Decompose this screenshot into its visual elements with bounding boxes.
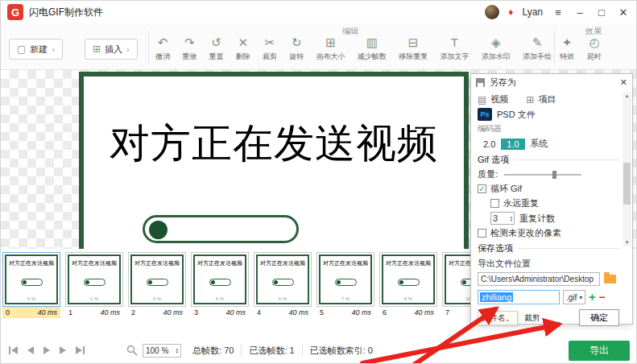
tool-effects[interactable]: ✦特效 [560, 35, 574, 62]
effect-tools: ✦特效◴延时 [560, 35, 602, 62]
tool-reduce-frames[interactable]: ▥减少帧数 [358, 35, 387, 62]
tool-delete[interactable]: ✕删除 [236, 35, 250, 62]
scroll-down-icon[interactable]: ▾ [623, 238, 631, 246]
username[interactable]: Lyan [522, 6, 543, 18]
statusbar: 100 % ▴▾ 总帧数: 70 已选帧数: 1 已选帧数索引: 0 导出 [1, 336, 637, 364]
tool-canvas-size[interactable]: ⊞画布大小 [316, 35, 345, 62]
detect-pixels-checkbox[interactable] [478, 229, 486, 238]
rotate-icon: ↻ [292, 35, 302, 50]
crop-option[interactable]: 裁剪 [524, 312, 540, 324]
tool-label: 重置 [209, 52, 224, 62]
encoder-option-20[interactable]: 2.0 [478, 139, 501, 150]
frame-percent: 1 % [90, 296, 98, 301]
extension-select[interactable]: .gif ▾ [563, 290, 585, 304]
tool-label: 画布大小 [316, 52, 345, 62]
repeat-forever-checkbox[interactable] [490, 199, 499, 208]
frame-thumbnail[interactable]: 对方正在发送视频6 % [254, 252, 312, 307]
export-button[interactable]: 导出 [569, 341, 630, 361]
add-button[interactable]: + [589, 291, 595, 304]
frame-thumbnail[interactable]: 对方正在发送视频9 % [379, 252, 437, 307]
vip-gem-icon[interactable]: ♦ [508, 6, 513, 18]
scroll-up-icon[interactable]: ▴ [623, 92, 631, 100]
frame-label: 240 ms [128, 307, 186, 318]
zoom-spinner[interactable]: ▴▾ [176, 347, 178, 354]
frame-progress-pill [147, 279, 168, 286]
first-frame-button[interactable] [9, 346, 18, 354]
format-project[interactable]: 项目 [538, 93, 556, 105]
frame-percent: 7 % [341, 296, 350, 301]
last-frame-button[interactable] [76, 346, 85, 354]
zoom-level-input[interactable]: 100 % ▴▾ [143, 344, 181, 358]
tool-redo[interactable]: ↷重做 [182, 35, 196, 62]
quality-slider[interactable] [504, 170, 581, 180]
frame-thumbnail[interactable]: 对方正在发送视频0 % [2, 252, 60, 307]
panel-scrollbar[interactable]: ▴ ▾ [623, 92, 631, 246]
frame-thumbnail[interactable]: 对方正在发送视频7 % [316, 252, 374, 307]
tool-reset[interactable]: ↺重置 [209, 35, 224, 62]
encoder-option-10[interactable]: 1.0 [501, 139, 524, 150]
tool-delay[interactable]: ◴延时 [587, 35, 602, 62]
tool-rotate[interactable]: ↻旋转 [289, 35, 304, 62]
frame-index: 3 [194, 308, 198, 316]
play-button[interactable] [43, 346, 50, 354]
tool-label: 撤消 [155, 52, 170, 62]
frame-thumbnail[interactable]: 对方正在发送视频1 % [65, 252, 123, 307]
ok-button[interactable]: 确定 [579, 309, 619, 326]
previous-frame-button[interactable] [27, 346, 34, 354]
frame-label: 040 ms [2, 307, 60, 318]
tool-label: 特效 [560, 52, 574, 62]
insert-button[interactable]: ⊞ 插入 › [85, 39, 138, 60]
project-format-icon: ⊞ [526, 94, 534, 105]
timeline-frame[interactable]: 对方正在发送视频0 %040 ms [2, 252, 60, 318]
frame-duration: 40 ms [225, 308, 246, 316]
next-frame-button[interactable] [60, 346, 66, 354]
tool-undo[interactable]: ↶撤消 [155, 35, 170, 62]
frame-preview: 对方正在发送视频9 % [382, 254, 435, 304]
tool-label: 减少帧数 [358, 52, 387, 62]
tool-crop[interactable]: ✂裁剪 [263, 35, 277, 62]
close-button[interactable]: ✕ [617, 6, 630, 19]
menu-icon[interactable]: ≡ [552, 6, 565, 19]
quality-slider-thumb[interactable] [552, 171, 556, 179]
frame-thumbnail[interactable]: 对方正在发送视频3 % [128, 252, 186, 307]
folder-icon[interactable] [604, 275, 616, 283]
encoder-option-system[interactable]: 系统 [525, 137, 554, 151]
user-avatar[interactable] [485, 5, 499, 19]
repeat-count-input[interactable]: 3 ▴▾ [490, 212, 515, 225]
preview-text: 对方正在发送视频 [84, 117, 464, 171]
tool-label: 删除 [236, 52, 250, 62]
timeline-frame[interactable]: 对方正在发送视频9 %640 ms [379, 252, 437, 318]
video-format-icon: ▤ [478, 94, 486, 105]
new-button[interactable]: ▢ 新建 › [9, 39, 63, 60]
tool-add-watermark[interactable]: ◈添加水印 [482, 35, 511, 62]
export-path-input[interactable]: C:\Users\Administrator\Desktop [478, 272, 600, 286]
frame-duration: 40 ms [163, 308, 183, 316]
format-video[interactable]: 视频 [490, 93, 508, 105]
timeline-frame[interactable]: 对方正在发送视频3 %240 ms [128, 252, 186, 318]
frame-preview-text: 对方正在发送视频 [72, 259, 117, 267]
encoder-options: 2.0 1.0 系统 [478, 137, 619, 151]
loop-gif-checkbox[interactable]: ✓ [478, 184, 486, 193]
tool-remove-duplicates[interactable]: ⊟移除重复 [399, 35, 428, 62]
panel-close-button[interactable]: ✕ [620, 77, 627, 88]
scrollbar-thumb[interactable] [623, 163, 631, 205]
crop-icon: ✂ [265, 35, 275, 50]
remove-button[interactable]: − [599, 291, 606, 304]
filename-input[interactable]: zhiliang [478, 290, 560, 304]
panel-bottom-row: 文件名。 裁剪 确定 [478, 309, 619, 326]
minimize-button[interactable]: – [573, 6, 586, 19]
format-psd[interactable]: PSD 文件 [497, 109, 536, 121]
psd-icon: Ps [478, 108, 492, 121]
timeline-frame[interactable]: 对方正在发送视频7 %540 ms [316, 252, 374, 318]
timeline-frame[interactable]: 对方正在发送视频6 %440 ms [254, 252, 312, 318]
filename-selected-text: zhiliang [480, 292, 513, 302]
tool-add-text[interactable]: T添加文字 [440, 35, 469, 62]
timeline-frame[interactable]: 对方正在发送视频4 %340 ms [191, 252, 249, 318]
filename-tooltip: 文件名。 [478, 311, 518, 325]
app-logo-icon: G [7, 4, 23, 20]
timeline-frame[interactable]: 对方正在发送视频1 %140 ms [65, 252, 123, 318]
tool-add-drawing[interactable]: ✎添加手绘 [523, 35, 552, 62]
repeat-count-spinner[interactable]: ▴▾ [510, 215, 512, 221]
frame-thumbnail[interactable]: 对方正在发送视频4 % [191, 252, 249, 307]
maximize-button[interactable]: □ [595, 6, 608, 19]
